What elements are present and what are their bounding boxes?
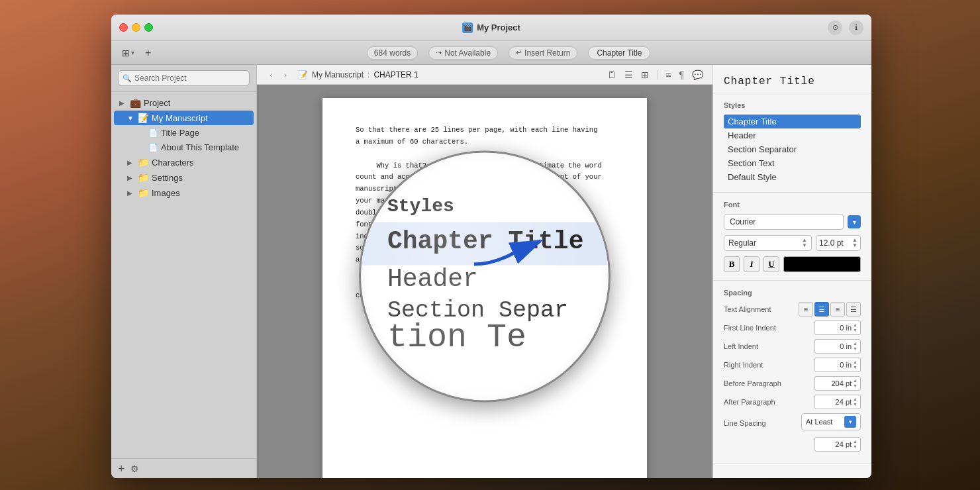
back-button[interactable]: ‹ bbox=[265, 69, 277, 81]
window-title: 🎬 My Project bbox=[462, 23, 520, 33]
style-header[interactable]: Header bbox=[724, 128, 861, 142]
text-color-picker[interactable] bbox=[783, 256, 861, 272]
after-paragraph-label: After Paragraph bbox=[724, 398, 814, 406]
close-button[interactable] bbox=[119, 23, 128, 32]
text-alignment-row: Text Alignment ≡ ☰ ≡ ☰ bbox=[724, 302, 861, 317]
align-center-button[interactable]: ☰ bbox=[814, 302, 829, 317]
first-indent-stepper[interactable]: ▲ ▼ bbox=[853, 322, 858, 334]
tree-arrow-characters: ▶ bbox=[127, 159, 135, 166]
left-indent-stepper[interactable]: ▲ ▼ bbox=[853, 341, 858, 352]
align-left-button[interactable]: ≡ bbox=[799, 302, 813, 317]
app-icon: 🎬 bbox=[462, 23, 473, 33]
main-window: 🎬 My Project ⊙ ℹ ⊞ ▾ + 684 words ⇢ Not A… bbox=[111, 15, 871, 478]
settings-folder-icon: 📁 bbox=[138, 172, 149, 183]
breadcrumb-manuscript[interactable]: My Manuscript bbox=[312, 70, 364, 79]
tree-arrow-settings: ▶ bbox=[127, 174, 135, 181]
alignment-buttons: ≡ ☰ ≡ ☰ bbox=[799, 302, 861, 317]
after-paragraph-value[interactable]: 24 pt ▲ ▼ bbox=[814, 395, 861, 409]
after-para-stepper[interactable]: ▲ ▼ bbox=[853, 397, 858, 408]
style-section-separator[interactable]: Section Separator bbox=[724, 142, 861, 156]
characters-folder-icon: 📁 bbox=[138, 157, 149, 168]
line-spacing-stepper[interactable]: ▲ ▼ bbox=[853, 439, 858, 450]
paragraph-icon[interactable]: ¶ bbox=[677, 68, 685, 81]
before-para-stepper[interactable]: ▲ ▼ bbox=[853, 378, 858, 389]
underline-button[interactable]: U bbox=[763, 256, 779, 272]
sidebar-tree: ▶ 💼 Project ▼ 📝 My Manuscript ▶ 📄 Title … bbox=[111, 92, 256, 458]
page-icon-2: 📄 bbox=[148, 143, 158, 152]
font-size-input[interactable]: 12.0 pt ▲ ▼ bbox=[816, 235, 861, 251]
style-selector-button[interactable]: Chapter Title bbox=[588, 46, 650, 60]
inspector-header: Chapter Title bbox=[713, 65, 871, 93]
align-right-button[interactable]: ≡ bbox=[830, 302, 845, 317]
content-area: 🔍 ▶ 💼 Project ▼ 📝 My Manuscript bbox=[111, 65, 871, 478]
line-spacing-value-row: 24 pt ▲ ▼ bbox=[724, 437, 861, 452]
text-align-icon[interactable]: ≡ bbox=[664, 68, 672, 81]
search-wrap: 🔍 bbox=[118, 70, 250, 86]
text-alignment-label: Text Alignment bbox=[724, 305, 799, 313]
forward-button[interactable]: › bbox=[279, 69, 291, 81]
tree-arrow-manuscript: ▼ bbox=[127, 115, 135, 122]
document-view-icon[interactable]: 🗒 bbox=[606, 68, 618, 81]
style-default[interactable]: Default Style bbox=[724, 170, 861, 184]
font-family-arrow[interactable]: ▾ bbox=[848, 215, 861, 228]
editor-area[interactable]: So that there are 25 lines per page, wit… bbox=[257, 85, 712, 478]
add-document-button[interactable]: + bbox=[142, 46, 154, 60]
magnifier-chapter-title: Chapter Title bbox=[387, 227, 582, 256]
font-style-select[interactable]: Regular ▲ ▼ bbox=[724, 235, 812, 251]
minimize-button[interactable] bbox=[132, 23, 140, 32]
inspector-style-title: Chapter Title bbox=[724, 75, 861, 87]
right-indent-stepper[interactable]: ▲ ▼ bbox=[853, 360, 858, 371]
font-size-stepper[interactable]: ▲ ▼ bbox=[852, 238, 858, 248]
left-indent-value[interactable]: 0 in ▲ ▼ bbox=[814, 339, 861, 354]
editor-inspector-area: ‹ › 📝 My Manuscript : CHAPTER 1 🗒 ☰ ⊞ ≡ … bbox=[257, 65, 871, 478]
sidebar-item-about-template[interactable]: ▶ 📄 About This Template bbox=[114, 140, 254, 154]
before-paragraph-value[interactable]: 204 pt ▲ ▼ bbox=[814, 376, 861, 391]
sidebar-item-characters[interactable]: ▶ 📁 Characters bbox=[114, 155, 254, 170]
sidebar-footer: + ⚙ bbox=[111, 458, 256, 478]
first-line-indent-value[interactable]: 0 in ▲ ▼ bbox=[814, 320, 861, 335]
sidebar-item-project[interactable]: ▶ 💼 Project bbox=[114, 95, 254, 110]
style-chapter-title[interactable]: Chapter Title bbox=[724, 115, 861, 128]
style-section-text[interactable]: Section Text bbox=[724, 156, 861, 170]
toolbar-center: 684 words ⇢ Not Available ↵ Insert Retur… bbox=[162, 46, 856, 60]
font-family-select[interactable]: Courier bbox=[724, 214, 844, 230]
word-count-display: 684 words bbox=[367, 46, 418, 60]
font-section-label: Font bbox=[724, 201, 861, 209]
left-indent-label: Left Indent bbox=[724, 342, 814, 350]
font-format-row: B I U bbox=[724, 256, 861, 272]
gear-icon[interactable]: ⚙ bbox=[130, 464, 139, 473]
sidebar-item-my-manuscript[interactable]: ▼ 📝 My Manuscript bbox=[114, 111, 254, 125]
line-spacing-row: Line Spacing At Least ▾ bbox=[724, 413, 861, 433]
toolbar: ⊞ ▾ + 684 words ⇢ Not Available ↵ Insert… bbox=[111, 41, 871, 65]
inspector-panel: Chapter Title Styles Chapter Title Heade… bbox=[712, 65, 871, 478]
align-justify-button[interactable]: ☰ bbox=[846, 302, 861, 317]
line-spacing-label: Line Spacing bbox=[724, 419, 801, 427]
sidebar-item-settings[interactable]: ▶ 📁 Settings bbox=[114, 170, 254, 185]
add-item-button[interactable]: + bbox=[118, 463, 125, 475]
sidebar-item-images[interactable]: ▶ 📁 Images bbox=[114, 185, 254, 200]
list-view-icon[interactable]: ☰ bbox=[623, 68, 634, 81]
sidebar-toggle-button[interactable]: ⊞ ▾ bbox=[119, 46, 137, 60]
info-button[interactable]: ℹ bbox=[849, 21, 863, 35]
magnifier-styles-label: Styles bbox=[387, 196, 454, 217]
breadcrumb-nav: ‹ › bbox=[265, 69, 291, 81]
manuscript-icon: 📝 bbox=[138, 113, 149, 123]
line-spacing-dropdown-arrow[interactable]: ▾ bbox=[844, 416, 856, 428]
search-input[interactable] bbox=[118, 70, 250, 86]
sidebar-search-area: 🔍 bbox=[111, 65, 256, 92]
inspector-font-section: Font Courier ▾ Regular ▲ bbox=[713, 193, 871, 281]
line-spacing-value[interactable]: 24 pt ▲ ▼ bbox=[814, 437, 861, 452]
toolbar-left: ⊞ ▾ + bbox=[119, 46, 154, 60]
camera-button[interactable]: ⊙ bbox=[828, 21, 842, 35]
right-indent-value[interactable]: 0 in ▲ ▼ bbox=[814, 358, 861, 372]
font-style-stepper[interactable]: ▲ ▼ bbox=[802, 238, 807, 248]
search-icon: 🔍 bbox=[122, 74, 132, 83]
fullscreen-button[interactable] bbox=[144, 23, 153, 32]
line-spacing-type-select[interactable]: At Least ▾ bbox=[801, 413, 861, 430]
grid-view-icon[interactable]: ⊞ bbox=[640, 68, 650, 81]
bold-button[interactable]: B bbox=[724, 256, 740, 272]
insert-return-display[interactable]: ↵ Insert Return bbox=[509, 46, 577, 60]
italic-button[interactable]: I bbox=[744, 256, 760, 272]
comment-icon[interactable]: 💬 bbox=[691, 68, 705, 81]
sidebar-item-title-page[interactable]: ▶ 📄 Title Page bbox=[114, 126, 254, 140]
